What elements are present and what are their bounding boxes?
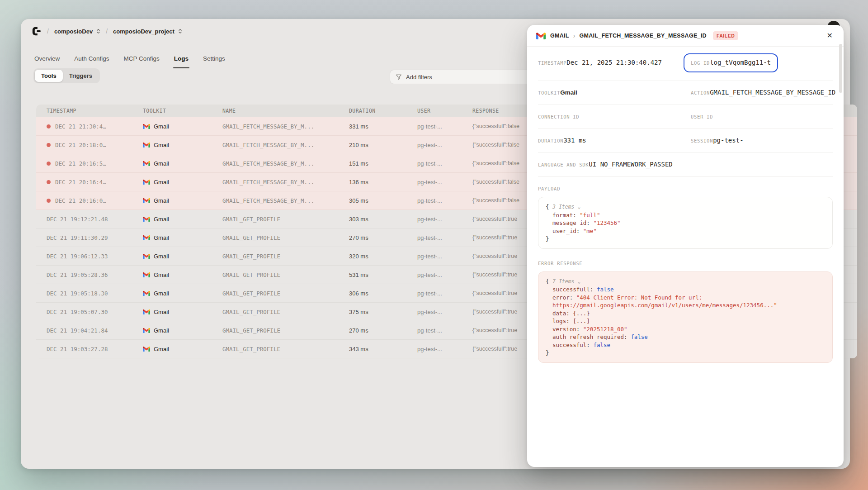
json-open-line[interactable]: { 3 Items ⌄ [546, 203, 825, 211]
log-name: GMAIL_GET_PROFILE [217, 327, 344, 334]
field-duration: DURATION331 ms [538, 136, 691, 144]
log-toolkit: Gmail [133, 179, 217, 186]
breadcrumb: / composioDev / composioDev_project [31, 24, 183, 39]
field-row: CONNECTION IDUSER ID [538, 105, 833, 129]
gmail-icon [143, 290, 150, 296]
log-toolkit: Gmail [133, 197, 217, 204]
org-selector[interactable]: composioDev [53, 26, 101, 37]
log-user: pg-test-... [409, 142, 466, 148]
panel-scrollbar[interactable] [839, 44, 842, 93]
log-user: pg-test-... [409, 309, 466, 315]
json-line: successful: false [546, 341, 825, 349]
field-label: USER ID [691, 114, 713, 119]
payload-label: PAYLOAD [538, 186, 833, 191]
json-line: error: "404 Client Error: Not Found for … [546, 294, 825, 302]
chevron-right-icon: › [573, 32, 576, 39]
log-timestamp: DEC 21 19:05:07.30 [36, 309, 133, 315]
log-toolkit: Gmail [133, 123, 217, 130]
failed-dot-icon [47, 199, 51, 203]
gmail-icon [143, 216, 150, 222]
log-timestamp: DEC 21 19:06:12.33 [36, 253, 133, 260]
log-user: pg-test-... [409, 327, 466, 334]
log-duration: 305 ms [344, 197, 409, 204]
failed-dot-icon [47, 124, 51, 128]
log-id-highlight-box[interactable]: LOG IDlog_tVqomBgg11-t [684, 53, 778, 72]
panel-toolkit-name: GMAIL [550, 33, 569, 39]
field-row: TIMESTAMPDec 21, 2025 21:30:40.427LOG ID… [538, 51, 833, 81]
field-value: GMAIL_FETCH_MESSAGE_BY_MESSAGE_ID [710, 89, 835, 96]
field-label: LANGUAGE AND SDK [538, 162, 589, 167]
log-toolkit: Gmail [133, 271, 217, 278]
field-connection-id: CONNECTION ID [538, 112, 691, 120]
failed-dot-icon [47, 143, 51, 147]
log-duration: 210 ms [344, 142, 409, 148]
log-user: pg-test-... [409, 216, 466, 223]
log-name: GMAIL_GET_PROFILE [217, 346, 344, 352]
composio-logo-icon [31, 25, 42, 37]
log-duration: 306 ms [344, 290, 409, 297]
field-row: DURATION331 msSESSIONpg-test- [538, 129, 833, 153]
gmail-icon [143, 161, 150, 166]
field-label: DURATION [538, 138, 563, 143]
gmail-icon [143, 309, 150, 314]
field-value: Gmail [560, 89, 577, 96]
chevron-up-down-icon [178, 29, 182, 34]
tab-overview[interactable]: Overview [27, 52, 67, 68]
log-timestamp: DEC 21 19:04:21.84 [36, 327, 133, 334]
log-user: pg-test-... [409, 160, 466, 167]
tab-mcp-configs[interactable]: MCP Configs [117, 52, 167, 68]
log-duration: 270 ms [344, 327, 409, 334]
log-timestamp: DEC 21 19:12:21.48 [36, 216, 133, 223]
log-user: pg-test-... [409, 253, 466, 260]
log-name: GMAIL_FETCH_MESSAGE_BY_M... [217, 142, 344, 148]
log-toolkit: Gmail [133, 234, 217, 241]
log-duration: 303 ms [344, 216, 409, 223]
gmail-icon [143, 272, 150, 277]
toggle-triggers-button[interactable]: Triggers [63, 70, 99, 82]
failed-dot-icon [47, 162, 51, 166]
toggle-tools-button[interactable]: Tools [35, 70, 63, 82]
close-panel-button[interactable]: ✕ [825, 30, 835, 41]
gmail-icon [143, 198, 150, 203]
tab-settings[interactable]: Settings [196, 52, 232, 68]
json-line: logs: [...] [546, 317, 825, 325]
field-action: ACTIONGMAIL_FETCH_MESSAGE_BY_MESSAGE_ID [691, 88, 835, 96]
status-badge: FAILED [713, 31, 738, 40]
log-timestamp: DEC 21 19:05:28.36 [36, 271, 133, 278]
breadcrumb-separator: / [47, 28, 49, 35]
log-toolkit: Gmail [133, 253, 217, 260]
json-line: user_id: "me" [546, 227, 825, 235]
field-value: pg-test- [713, 137, 743, 144]
project-selector[interactable]: composioDev_project [112, 26, 183, 37]
log-timestamp: DEC 21 20:18:0… [36, 142, 133, 148]
collapse-chevron-icon: ⌄ [577, 278, 580, 285]
field-label: LOG ID [691, 60, 710, 66]
json-close-line: } [546, 349, 825, 357]
project-name: composioDev_project [113, 28, 175, 35]
column-header-duration: DURATION [344, 108, 409, 114]
log-name: GMAIL_FETCH_MESSAGE_BY_M... [217, 123, 344, 130]
tab-auth-configs[interactable]: Auth Configs [67, 52, 116, 68]
log-name: GMAIL_FETCH_MESSAGE_BY_M... [217, 179, 344, 186]
field-value: Dec 21, 2025 21:30:40.427 [566, 59, 662, 66]
log-timestamp: DEC 21 20:16:5… [36, 160, 133, 167]
field-value: 331 ms [563, 137, 586, 144]
org-name: composioDev [54, 28, 93, 35]
log-user: pg-test-... [409, 123, 466, 130]
log-timestamp: DEC 21 19:11:30.29 [36, 234, 133, 241]
log-toolkit: Gmail [133, 290, 217, 297]
tab-logs[interactable]: Logs [167, 52, 196, 68]
tools-triggers-toggle: Tools Triggers [33, 68, 100, 83]
json-line: message_id: "123456" [546, 219, 825, 227]
field-label: TOOLKIT [538, 90, 560, 95]
log-duration: 136 ms [344, 179, 409, 186]
log-toolkit: Gmail [133, 309, 217, 315]
json-open-line[interactable]: { 7 Items ⌄ [546, 277, 825, 286]
field-label: SESSION [691, 138, 713, 143]
gmail-icon [143, 235, 150, 240]
panel-action-name: GMAIL_FETCH_MESSAGE_BY_MESSAGE_ID [579, 33, 706, 39]
field-value: log_tVqomBgg11-t [710, 59, 771, 66]
log-toolkit: Gmail [133, 160, 217, 167]
log-name: GMAIL_FETCH_MESSAGE_BY_M... [217, 197, 344, 204]
field-value: UI NO_FRAMEWORK_PASSED [589, 161, 672, 168]
